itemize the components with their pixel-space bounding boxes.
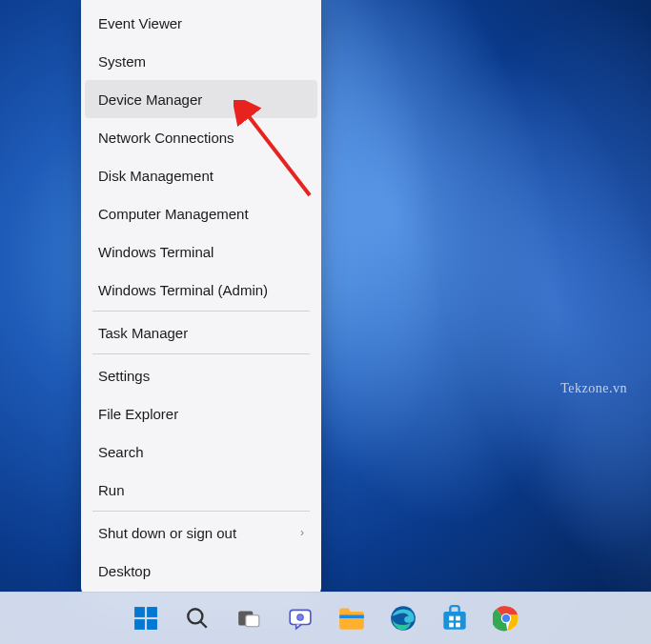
edge-button[interactable] (383, 598, 423, 638)
menu-item-label: Settings (98, 368, 150, 384)
taskview-button[interactable] (229, 598, 269, 638)
menu-item-label: Task Manager (98, 325, 188, 341)
menu-item-task-manager[interactable]: Task Manager (85, 313, 317, 352)
menu-separator (92, 311, 310, 312)
explorer-icon (338, 606, 365, 631)
svg-line-7 (200, 621, 207, 628)
chat-icon (288, 606, 313, 631)
menu-item-disk-management[interactable]: Disk Management (85, 156, 317, 194)
menu-item-label: Event Viewer (98, 15, 182, 31)
menu-item-file-explorer[interactable]: File Explorer (85, 394, 317, 433)
search-icon (185, 606, 210, 631)
chrome-icon (493, 605, 519, 632)
svg-point-21 (501, 614, 509, 622)
menu-item-event-viewer[interactable]: Event Viewer (85, 4, 317, 42)
svg-rect-2 (134, 607, 145, 617)
start-button[interactable] (126, 598, 166, 638)
svg-rect-17 (449, 623, 454, 628)
menu-item-label: Windows Terminal (Admin) (98, 282, 268, 298)
svg-rect-15 (449, 616, 454, 621)
taskview-icon (236, 606, 261, 631)
menu-item-desktop[interactable]: Desktop (85, 552, 317, 590)
menu-item-system[interactable]: System (85, 42, 317, 80)
menu-separator (92, 511, 310, 512)
menu-item-label: Computer Management (98, 206, 249, 222)
menu-item-label: Windows Terminal (98, 244, 214, 260)
menu-item-device-manager[interactable]: Device Manager (85, 80, 317, 118)
menu-item-search[interactable]: Search (85, 433, 317, 471)
chevron-right-icon: › (300, 526, 304, 539)
explorer-button[interactable] (332, 598, 372, 638)
svg-point-11 (296, 614, 303, 621)
menu-item-label: Shut down or sign out (98, 525, 236, 541)
menu-separator (92, 353, 310, 354)
winx-context-menu: Event ViewerSystemDevice ManagerNetwork … (81, 0, 321, 595)
svg-rect-18 (456, 623, 460, 628)
menu-item-shut-down-or-sign-out[interactable]: Shut down or sign out› (85, 513, 317, 552)
store-button[interactable] (435, 598, 475, 638)
svg-point-6 (188, 609, 202, 623)
taskbar (0, 592, 651, 644)
svg-rect-14 (443, 612, 465, 630)
svg-rect-12 (339, 615, 364, 619)
store-icon (441, 605, 468, 632)
menu-item-label: Device Manager (98, 91, 202, 108)
menu-item-windows-terminal-admin[interactable]: Windows Terminal (Admin) (85, 271, 317, 309)
menu-item-label: Search (98, 444, 144, 460)
chrome-button[interactable] (486, 598, 526, 638)
svg-rect-4 (134, 619, 145, 630)
menu-item-label: Run (98, 482, 125, 498)
start-icon (133, 606, 158, 631)
menu-item-windows-terminal[interactable]: Windows Terminal (85, 232, 317, 271)
menu-item-computer-management[interactable]: Computer Management (85, 194, 317, 232)
svg-rect-5 (147, 619, 157, 630)
menu-item-label: System (98, 53, 146, 70)
menu-item-settings[interactable]: Settings (85, 356, 317, 394)
svg-rect-3 (147, 607, 157, 617)
desktop-wallpaper: Tekzone.vn Event ViewerSystemDevice Mana… (0, 0, 651, 644)
menu-item-label: File Explorer (98, 406, 178, 422)
watermark-text: Tekzone.vn (560, 381, 627, 396)
menu-item-run[interactable]: Run (85, 471, 317, 509)
search-button[interactable] (177, 598, 217, 638)
svg-rect-9 (245, 615, 258, 627)
menu-item-network-connections[interactable]: Network Connections (85, 118, 317, 156)
chat-button[interactable] (280, 598, 320, 638)
edge-icon (390, 605, 417, 632)
menu-item-label: Network Connections (98, 130, 234, 146)
svg-rect-16 (456, 616, 460, 621)
menu-item-label: Desktop (98, 563, 151, 579)
menu-item-label: Disk Management (98, 168, 214, 184)
